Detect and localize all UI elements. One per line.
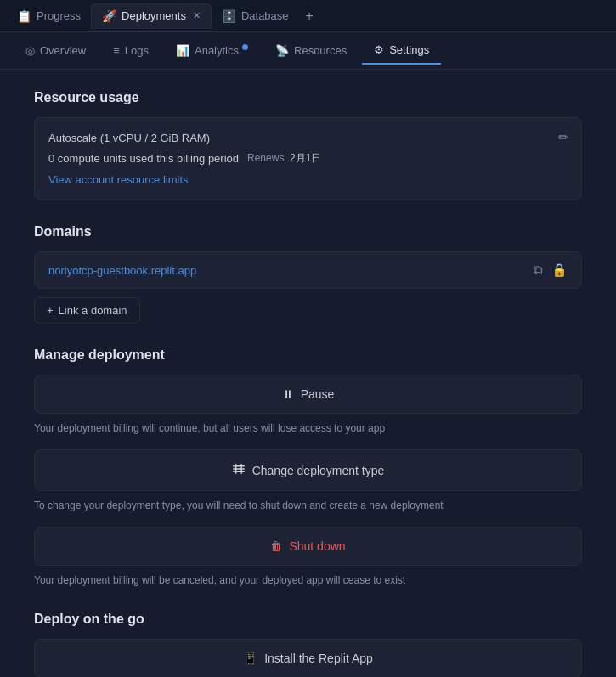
settings-label: Settings: [389, 43, 429, 56]
database-tab-label: Database: [241, 9, 289, 22]
pause-icon: ⏸: [282, 387, 294, 401]
analytics-icon: 📊: [176, 44, 189, 57]
resource-usage-section: Resource usage ✏ Autoscale (1 vCPU / 2 G…: [34, 90, 582, 200]
tab-deployments[interactable]: 🚀 Deployments ✕: [91, 3, 212, 29]
database-tab-icon: 🗄️: [222, 9, 236, 23]
domain-row: noriyotcp-guestbook.replit.app ⧉ 🔒: [34, 251, 582, 289]
resources-label: Resources: [294, 44, 347, 57]
link-domain-label: Link a domain: [59, 304, 127, 317]
pause-description: Your deployment billing will continue, b…: [34, 420, 582, 436]
pause-label: Pause: [301, 387, 335, 401]
compute-text: 0 compute units used this billing period: [48, 152, 239, 165]
plus-icon: +: [47, 304, 54, 317]
svg-rect-0: [233, 465, 245, 467]
domains-section: Domains noriyotcp-guestbook.replit.app ⧉…: [34, 224, 582, 324]
nav-logs[interactable]: ≡ Logs: [101, 37, 161, 64]
manage-deployment-title: Manage deployment: [34, 347, 582, 363]
shutdown-description: Your deployment billing will be canceled…: [34, 573, 582, 588]
shutdown-label: Shut down: [289, 539, 345, 553]
resource-usage-title: Resource usage: [34, 90, 582, 105]
change-type-icon: [232, 462, 246, 478]
install-replit-app-button[interactable]: 📱 Install the Replit App: [34, 639, 582, 677]
overview-label: Overview: [40, 44, 86, 57]
renews-label: Renews: [247, 152, 284, 164]
add-tab-button[interactable]: +: [299, 5, 320, 27]
copy-domain-icon[interactable]: ⧉: [534, 262, 543, 278]
change-deployment-type-button[interactable]: Change deployment type: [34, 449, 582, 491]
main-content: Resource usage ✏ Autoscale (1 vCPU / 2 G…: [0, 70, 616, 677]
tab-database[interactable]: 🗄️ Database: [212, 4, 299, 28]
svg-rect-2: [233, 471, 245, 473]
analytics-badge: [242, 44, 248, 50]
nav-bar: ◎ Overview ≡ Logs 📊 Analytics 📡 Resource…: [0, 32, 616, 70]
trash-icon: 🗑: [270, 539, 282, 553]
renews-badge: Renews 2月1日: [247, 151, 321, 166]
deploy-on-go-title: Deploy on the go: [34, 612, 582, 627]
deployments-tab-label: Deployments: [122, 9, 186, 22]
domains-title: Domains: [34, 224, 582, 240]
deployments-tab-close[interactable]: ✕: [193, 10, 201, 21]
domain-actions: ⧉ 🔒: [534, 262, 568, 278]
link-domain-button[interactable]: + Link a domain: [34, 297, 140, 324]
tab-bar: 📋 Progress 🚀 Deployments ✕ 🗄️ Database +: [0, 0, 616, 32]
autoscale-label: Autoscale (1 vCPU / 2 GiB RAM): [48, 132, 568, 144]
settings-icon: ⚙: [374, 43, 384, 56]
domain-url[interactable]: noriyotcp-guestbook.replit.app: [48, 264, 196, 277]
resources-icon: 📡: [275, 44, 289, 57]
deployments-tab-icon: 🚀: [102, 9, 116, 23]
change-type-label: Change deployment type: [252, 464, 385, 477]
svg-rect-3: [235, 464, 237, 474]
logs-label: Logs: [125, 44, 149, 57]
nav-resources[interactable]: 📡 Resources: [263, 37, 359, 64]
analytics-label: Analytics: [195, 44, 239, 57]
change-type-description: To change your deployment type, you will…: [34, 498, 582, 513]
logs-icon: ≡: [113, 44, 120, 57]
nav-analytics[interactable]: 📊 Analytics: [164, 37, 260, 64]
overview-icon: ◎: [25, 44, 35, 57]
manage-deployment-section: Manage deployment ⏸ Pause Your deploymen…: [34, 347, 582, 588]
deploy-on-go-section: Deploy on the go 📱 Install the Replit Ap…: [34, 612, 582, 677]
install-app-label: Install the Replit App: [264, 652, 373, 665]
view-limits-link[interactable]: View account resource limits: [48, 173, 189, 186]
mobile-icon: 📱: [243, 652, 257, 665]
tab-progress[interactable]: 📋 Progress: [7, 4, 91, 28]
resource-card: ✏ Autoscale (1 vCPU / 2 GiB RAM) 0 compu…: [34, 117, 582, 200]
progress-tab-icon: 📋: [17, 9, 31, 23]
shutdown-button[interactable]: 🗑 Shut down: [34, 527, 582, 566]
progress-tab-label: Progress: [37, 9, 81, 22]
svg-rect-4: [240, 464, 242, 474]
edit-resource-icon[interactable]: ✏: [558, 130, 569, 145]
pause-button[interactable]: ⏸ Pause: [34, 375, 582, 414]
nav-settings[interactable]: ⚙ Settings: [362, 37, 441, 65]
lock-domain-icon[interactable]: 🔒: [551, 262, 568, 278]
svg-rect-1: [233, 468, 245, 470]
compute-row: 0 compute units used this billing period…: [48, 151, 568, 166]
renews-date: 2月1日: [290, 152, 321, 164]
nav-overview[interactable]: ◎ Overview: [14, 37, 98, 64]
